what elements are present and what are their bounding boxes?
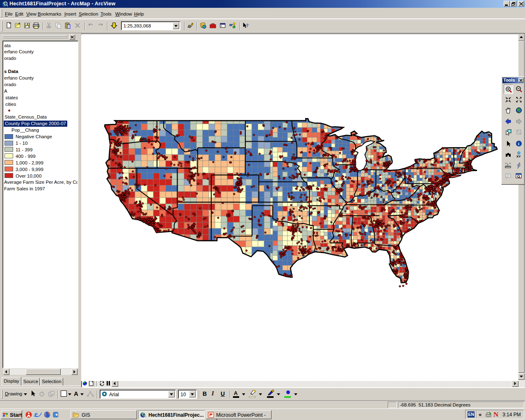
svg-text:?: ? (507, 163, 509, 167)
svg-text:?: ? (246, 23, 249, 28)
svg-text:i: i (518, 141, 519, 146)
svg-text:XY: XY (516, 155, 521, 158)
